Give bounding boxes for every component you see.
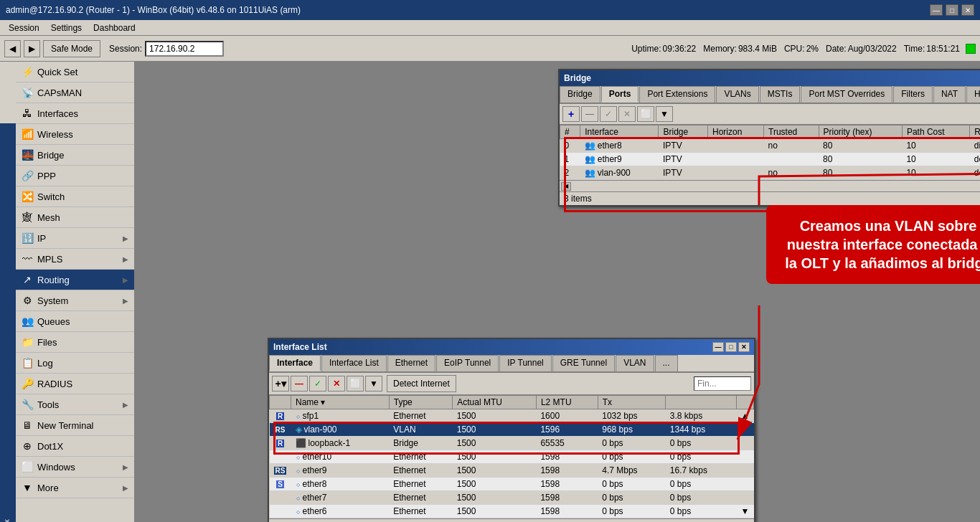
iface-disable-btn[interactable]: ✕: [328, 376, 345, 392]
bridge-add-btn[interactable]: +: [562, 106, 580, 122]
interface-table-row[interactable]: ⬦ether10 Ethernet 1500 1598 0 bps 0 bps: [270, 450, 754, 464]
sidebar-label-mpls: MPLS: [37, 254, 62, 265]
interface-table-row[interactable]: ⬦ether6 Ethernet 1500 1598 0 bps 0 bps ▼: [270, 505, 754, 518]
forward-button[interactable]: ▶: [24, 40, 40, 57]
bridge-scroll-left[interactable]: ◀: [561, 182, 571, 191]
bridge-hscroll[interactable]: ◀ ▶: [560, 180, 980, 191]
queues-icon: 👥: [22, 315, 33, 327]
interface-window-titlebar: Interface List — □ ✕: [269, 339, 754, 355]
iface-remove-btn[interactable]: —: [291, 376, 308, 392]
sidebar-item-tools[interactable]: 🔧 Tools ▶: [16, 394, 134, 415]
bridge-tab-nat[interactable]: NAT: [933, 86, 966, 103]
sidebar-logo: RouterOS WinBox: [0, 123, 16, 522]
iface-find-input[interactable]: [694, 376, 751, 391]
iface-filter-btn[interactable]: ▼: [365, 376, 382, 392]
minimize-button[interactable]: —: [930, 4, 943, 16]
iface-tab-ethernet[interactable]: Ethernet: [387, 355, 435, 371]
session-input[interactable]: [145, 41, 224, 57]
iface-enable-btn[interactable]: ✓: [309, 376, 326, 392]
bridge-filter-btn[interactable]: ▼: [656, 106, 673, 122]
bridge-cell-trusted: no: [764, 166, 819, 180]
date-value: Aug/03/2022: [848, 44, 897, 54]
menu-settings[interactable]: Settings: [45, 22, 88, 34]
sidebar-item-more[interactable]: ▼ More ▶: [16, 478, 134, 498]
bridge-remove-btn[interactable]: —: [581, 106, 598, 122]
iface-close-btn[interactable]: ✕: [738, 342, 750, 352]
close-button[interactable]: ✕: [961, 4, 974, 16]
iface-tab-eoip-tunnel[interactable]: EoIP Tunnel: [436, 355, 499, 371]
iface-cell-rx: 16.7 kbps: [666, 464, 737, 478]
bridge-tab-mstis[interactable]: MSTIs: [760, 86, 801, 103]
bridge-tab-port-mst-overrides[interactable]: Port MST Overrides: [801, 86, 892, 103]
bridge-tab-ports[interactable]: Ports: [601, 86, 639, 103]
iface-cell-flags: [270, 491, 291, 505]
sidebar-item-radius[interactable]: 🔑 RADIUS: [16, 374, 134, 394]
interface-table-row[interactable]: RS ◈vlan-900 VLAN 1500 1596 968 bps 1344…: [270, 423, 754, 437]
sidebar-item-interfaces[interactable]: 🖧 Interfaces: [16, 103, 134, 124]
iface-tab-interface-list[interactable]: Interface List: [321, 355, 387, 371]
sidebar-item-wireless[interactable]: 📶 Wireless: [16, 124, 134, 145]
interface-table-row[interactable]: RS ⬦ether9 Ethernet 1500 1598 4.7 Mbps 1…: [270, 464, 754, 478]
sidebar-item-bridge[interactable]: 🌉 Bridge: [16, 145, 134, 166]
interface-table-row[interactable]: ⬦ether7 Ethernet 1500 1598 0 bps 0 bps: [270, 491, 754, 505]
sidebar-item-mesh[interactable]: 🕸 Mesh: [16, 207, 134, 228]
iface-cell-tx: 0 bps: [598, 450, 666, 464]
iface-tab-interface[interactable]: Interface: [269, 355, 321, 371]
bridge-table-row[interactable]: 1 👥ether9 IPTV 80 10 designated port: [560, 153, 981, 166]
bridge-cell-iface: 👥ether9: [580, 153, 659, 166]
sidebar-item-quick-set[interactable]: ⚡ Quick Set: [16, 62, 134, 82]
quick-set-icon: ⚡: [22, 66, 33, 77]
bridge-tab-filters[interactable]: Filters: [893, 86, 933, 103]
sidebar-item-log[interactable]: 📋 Log: [16, 353, 134, 374]
sidebar-item-system[interactable]: ⚙ System ▶: [16, 290, 134, 311]
bridge-table-row[interactable]: 0 👥ether8 IPTV no 80 10 disabled port: [560, 139, 981, 153]
iface-tab-gre-tunnel[interactable]: GRE Tunnel: [552, 355, 615, 371]
back-button[interactable]: ◀: [4, 40, 21, 57]
bridge-col-bridge: Bridge: [659, 125, 708, 139]
bridge-table-row[interactable]: 2 👥vlan-900 IPTV no 80 10 designated por…: [560, 166, 981, 180]
sidebar-item-files[interactable]: 📁 Files: [16, 332, 134, 353]
iface-tab-ip-tunnel[interactable]: IP Tunnel: [499, 355, 551, 371]
iface-cell-l2mtu: 1598: [536, 478, 598, 491]
ip-icon: 🔢: [22, 232, 33, 244]
iface-comment-btn[interactable]: ⬜: [347, 376, 364, 392]
title-bar: admin@172.16.90.2 (Router - 1) - WinBox …: [0, 0, 980, 20]
iface-tab-[interactable]: ...: [655, 355, 678, 371]
sidebar-item-switch[interactable]: 🔀 Switch: [16, 186, 134, 207]
bridge-tab-port-extensions[interactable]: Port Extensions: [639, 86, 715, 103]
bridge-tab-vlans[interactable]: VLANs: [716, 86, 758, 103]
detect-internet-button[interactable]: Detect Internet: [387, 375, 456, 392]
bridge-copy-btn[interactable]: ⬜: [637, 106, 654, 122]
bridge-cell-role: designated port: [970, 153, 980, 166]
iface-cell-type: Ethernet: [389, 491, 452, 505]
iface-cell-type: Ethernet: [389, 409, 452, 423]
menu-dashboard[interactable]: Dashboard: [88, 22, 141, 34]
bridge-cross-btn[interactable]: ✕: [618, 106, 636, 122]
menu-session[interactable]: Session: [3, 22, 45, 34]
interface-table-row[interactable]: S ⬦ether8 Ethernet 1500 1598 0 bps 0 bps: [270, 478, 754, 491]
iface-tab-vlan[interactable]: VLAN: [616, 355, 654, 371]
sidebar-item-routing[interactable]: ↗ Routing ▶: [16, 270, 134, 290]
maximize-button[interactable]: □: [946, 4, 958, 16]
bridge-tab-bridge[interactable]: Bridge: [560, 86, 600, 103]
date-label: Date:: [826, 44, 847, 54]
safe-mode-button[interactable]: Safe Mode: [43, 40, 100, 57]
sidebar-item-ppp[interactable]: 🔗 PPP: [16, 166, 134, 186]
iface-add-btn[interactable]: +▾: [272, 376, 289, 392]
bridge-cell-bridge: IPTV: [659, 153, 708, 166]
cpu-value: 2%: [806, 44, 819, 54]
bridge-tab-hosts[interactable]: Hosts: [966, 86, 980, 103]
iface-min-btn[interactable]: —: [712, 342, 724, 352]
sidebar-item-queues[interactable]: 👥 Queues: [16, 311, 134, 332]
sidebar-item-ip[interactable]: 🔢 IP ▶: [16, 228, 134, 249]
sidebar-item-new-terminal[interactable]: 🖥 New Terminal: [16, 415, 134, 436]
interface-table-row[interactable]: R ⬦sfp1 Ethernet 1500 1600 1032 bps 3.8 …: [270, 409, 754, 423]
sidebar-label-queues: Queues: [37, 316, 70, 327]
interface-table-row[interactable]: R ⬛loopback-1 Bridge 1500 65535 0 bps 0 …: [270, 437, 754, 450]
sidebar-item-windows[interactable]: ⬜ Windows ▶: [16, 457, 134, 478]
sidebar-item-mpls[interactable]: 〰 MPLS ▶: [16, 249, 134, 270]
iface-max-btn[interactable]: □: [725, 342, 737, 352]
bridge-check-btn[interactable]: ✓: [600, 106, 617, 122]
sidebar-item-dot1x[interactable]: ⊕ Dot1X: [16, 436, 134, 457]
sidebar-item-capsman[interactable]: 📡 CAPsMAN: [16, 82, 134, 103]
